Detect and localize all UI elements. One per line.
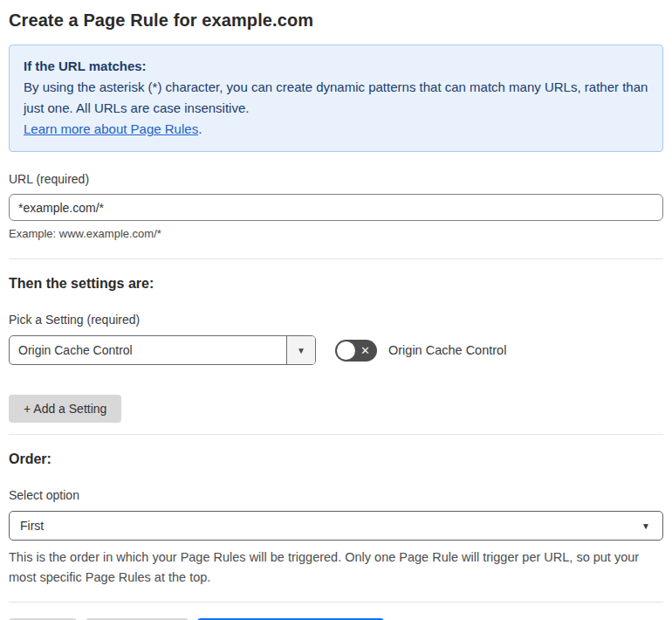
order-select-label: Select option	[9, 488, 663, 502]
url-field-label: URL (required)	[9, 172, 663, 186]
setting-select-value: Origin Cache Control	[10, 336, 286, 364]
origin-cache-control-toggle[interactable]: ✕	[335, 340, 377, 362]
add-setting-button[interactable]: + Add a Setting	[9, 395, 121, 423]
info-box-link-line: Learn more about Page Rules.	[24, 119, 648, 140]
chevron-down-icon: ▼	[641, 521, 650, 531]
pick-setting-label: Pick a Setting (required)	[9, 313, 663, 327]
settings-section-heading: Then the settings are:	[9, 276, 663, 292]
url-example-text: Example: www.example.com/*	[9, 227, 663, 240]
url-input[interactable]	[9, 194, 663, 221]
info-box-body: By using the asterisk (*) character, you…	[24, 77, 648, 119]
page-title: Create a Page Rule for example.com	[9, 10, 663, 31]
order-select-dropdown[interactable]: First ▼	[9, 511, 663, 541]
order-select-value: First	[20, 519, 641, 533]
info-box-heading: If the URL matches:	[24, 56, 648, 77]
chevron-down-icon: ▼	[297, 346, 305, 355]
toggle-off-x-icon: ✕	[360, 340, 370, 362]
section-divider	[9, 258, 663, 259]
setting-select-arrow-button[interactable]: ▼	[286, 336, 315, 364]
url-match-info-box: If the URL matches: By using the asteris…	[9, 45, 663, 152]
section-divider	[9, 602, 663, 603]
toggle-label: Origin Cache Control	[388, 343, 506, 357]
section-divider	[9, 434, 663, 435]
link-suffix-period: .	[198, 121, 202, 136]
toggle-knob	[337, 341, 355, 360]
order-help-text: This is the order in which your Page Rul…	[9, 548, 663, 588]
learn-more-link[interactable]: Learn more about Page Rules	[24, 121, 198, 136]
order-section-heading: Order:	[9, 451, 663, 467]
setting-select-dropdown[interactable]: Origin Cache Control ▼	[9, 335, 316, 365]
setting-row: Origin Cache Control ▼ ✕ Origin Cache Co…	[9, 335, 663, 365]
